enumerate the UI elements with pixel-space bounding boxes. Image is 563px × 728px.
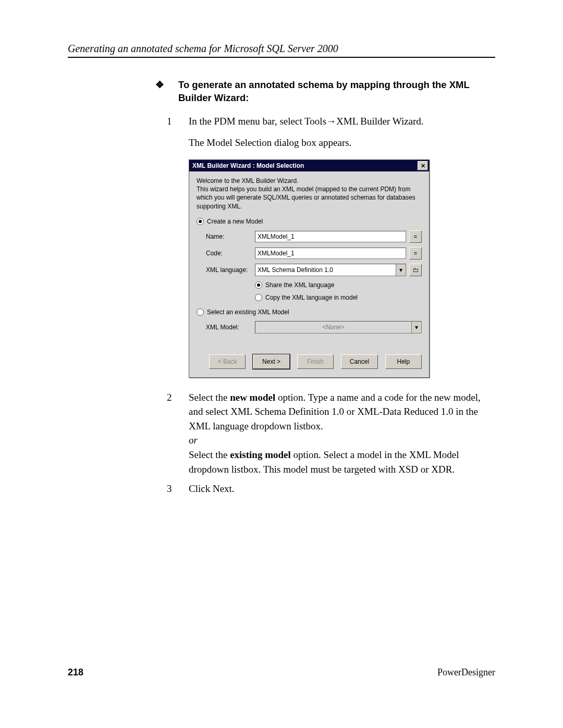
- step-1-line-1: In the PDM menu bar, select Tools→XML Bu…: [189, 114, 485, 129]
- field-xml-model-row: XML Model: <None> ▾: [206, 321, 422, 334]
- cancel-button[interactable]: Cancel: [341, 354, 377, 369]
- step-number: 2: [167, 390, 189, 476]
- finish-button: Finish: [297, 354, 334, 369]
- step-1: 1 In the PDM menu bar, select Tools→XML …: [167, 114, 485, 150]
- running-header: Generating an annotated schema for Micro…: [68, 43, 495, 58]
- xml-builder-wizard-dialog: XML Builder Wizard : Model Selection ✕ W…: [189, 159, 430, 378]
- language-value: XML Schema Definition 1.0: [255, 264, 396, 276]
- name-sync-button[interactable]: =: [409, 230, 422, 243]
- language-label: XML language:: [206, 266, 255, 274]
- step-2: 2 Select the new model option. Type a na…: [167, 390, 485, 476]
- step-2-part-a: Select the new model option. Type a name…: [189, 390, 485, 434]
- page-number: 218: [68, 667, 83, 678]
- radio-select-existing-model[interactable]: Select an existing XML Model: [197, 309, 422, 316]
- xml-model-label: XML Model:: [206, 324, 255, 331]
- step-2-text-a1: Select the: [189, 392, 230, 403]
- radio-copy-language[interactable]: Copy the XML language in model: [255, 294, 422, 301]
- chevron-down-icon[interactable]: ▾: [396, 264, 406, 276]
- xml-model-combobox[interactable]: <None> ▾: [255, 321, 422, 334]
- radio-select-existing-model-label: Select an existing XML Model: [207, 309, 289, 316]
- close-icon[interactable]: ✕: [418, 161, 428, 170]
- diamond-bullet-icon: ❖: [167, 79, 178, 92]
- radio-share-language-label: Share the XML language: [265, 281, 334, 289]
- page-footer: 218 PowerDesigner: [68, 667, 495, 678]
- section-heading: ❖To generate an annotated schema by mapp…: [167, 79, 485, 105]
- chevron-down-icon: ▾: [411, 322, 421, 333]
- name-label: Name:: [206, 233, 255, 240]
- field-code-row: Code: XMLModel_1 =: [206, 247, 422, 260]
- step-number: 3: [167, 482, 189, 496]
- next-button[interactable]: Next >: [253, 354, 289, 369]
- name-input[interactable]: XMLModel_1: [255, 231, 406, 242]
- field-name-row: Name: XMLModel_1 =: [206, 230, 422, 243]
- step-1-text-b: XML Builder Wizard.: [336, 116, 424, 127]
- step-list: 1 In the PDM menu bar, select Tools→XML …: [167, 114, 485, 496]
- dialog-intro-line-2: This wizard helps you build an XML model…: [197, 185, 422, 211]
- radio-share-language[interactable]: Share the XML language: [255, 281, 422, 289]
- radio-create-new-model[interactable]: Create a new Model: [197, 218, 422, 225]
- step-2-text-b1: Select the: [189, 449, 230, 460]
- field-language-row: XML language: XML Schema Definition 1.0 …: [206, 264, 422, 276]
- radio-copy-language-label: Copy the XML language in model: [265, 294, 358, 301]
- step-2-bold-2: existing model: [230, 449, 291, 460]
- radio-icon[interactable]: [255, 294, 262, 301]
- step-3-text: Click Next.: [189, 482, 485, 496]
- step-2-part-b: Select the existing model option. Select…: [189, 448, 485, 476]
- code-label: Code:: [206, 250, 255, 257]
- dialog-intro-line-1: Welcome to the XML Builder Wizard.: [197, 177, 422, 185]
- radio-icon[interactable]: [197, 309, 204, 316]
- code-sync-button[interactable]: =: [409, 247, 422, 260]
- radio-create-new-model-label: Create a new Model: [207, 218, 263, 225]
- arrow-icon: →: [326, 116, 336, 127]
- section-heading-text: To generate an annotated schema by mappi…: [178, 79, 470, 103]
- language-sub-options: Share the XML language Copy the XML lang…: [255, 281, 422, 301]
- help-button[interactable]: Help: [385, 354, 422, 369]
- footer-product: PowerDesigner: [437, 667, 495, 678]
- radio-icon[interactable]: [255, 281, 262, 289]
- dialog-titlebar: XML Builder Wizard : Model Selection ✕: [189, 160, 429, 171]
- step-2-or: or: [189, 433, 485, 448]
- step-number: 1: [167, 114, 189, 150]
- wizard-button-row: < Back Next > Finish Cancel Help: [197, 348, 422, 370]
- code-input[interactable]: XMLModel_1: [255, 248, 406, 259]
- language-combobox[interactable]: XML Schema Definition 1.0 ▾: [255, 264, 406, 276]
- step-1-line-2: The Model Selection dialog box appears.: [189, 135, 485, 150]
- step-3: 3 Click Next.: [167, 482, 485, 496]
- step-1-text-a: In the PDM menu bar, select Tools: [189, 116, 326, 127]
- back-button: < Back: [209, 354, 246, 369]
- dialog-screenshot: XML Builder Wizard : Model Selection ✕ W…: [189, 159, 485, 378]
- xml-model-value: <None>: [255, 322, 411, 333]
- radio-icon[interactable]: [197, 218, 204, 225]
- language-browse-button[interactable]: 🗀: [409, 264, 422, 276]
- step-2-bold-1: new model: [230, 392, 275, 403]
- main-content: ❖To generate an annotated schema by mapp…: [167, 79, 485, 496]
- dialog-title: XML Builder Wizard : Model Selection: [192, 162, 304, 169]
- dialog-intro: Welcome to the XML Builder Wizard. This …: [197, 177, 422, 211]
